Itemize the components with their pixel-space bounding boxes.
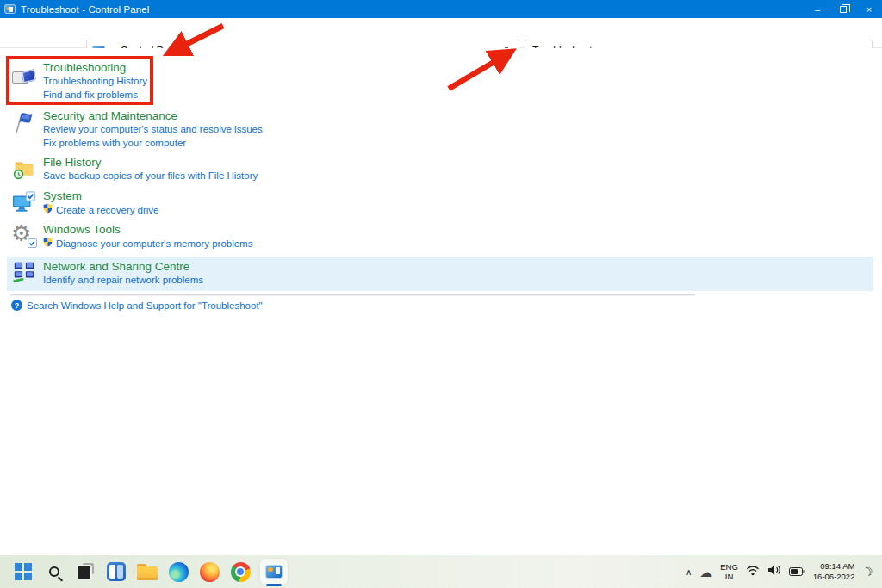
file-explorer-icon bbox=[137, 564, 158, 580]
window-title: Troubleshoot - Control Panel bbox=[21, 4, 149, 15]
system-tray: ∧ ☁ ENG IN bbox=[686, 555, 882, 588]
edge-icon bbox=[169, 562, 189, 582]
result-file-history: File History Save backup copies of your … bbox=[12, 155, 258, 183]
taskbar-apps bbox=[0, 558, 288, 585]
firefox-button[interactable] bbox=[198, 558, 220, 585]
search-results-panel: Troubleshooting Troubleshooting History … bbox=[0, 48, 882, 555]
region-code: IN bbox=[725, 572, 734, 581]
link-find-and-fix-problems[interactable]: Find and fix problems bbox=[43, 89, 147, 102]
result-windows-tools: ⚙ Windows Tools bbox=[12, 222, 252, 251]
result-title-system[interactable]: System bbox=[43, 189, 159, 203]
result-troubleshooting: Troubleshooting Troubleshooting History … bbox=[12, 60, 147, 102]
link-label: Create a recovery drive bbox=[56, 204, 159, 218]
network-sharing-icon bbox=[12, 261, 36, 285]
clock[interactable]: 09:14 AM 16-06-2022 bbox=[813, 561, 855, 582]
taskbar: ∧ ☁ ENG IN bbox=[0, 555, 882, 588]
help-icon: ? bbox=[11, 300, 22, 311]
help-link-label: Search Windows Help and Support for "Tro… bbox=[27, 300, 263, 311]
volume-icon[interactable] bbox=[767, 564, 781, 579]
result-security-maintenance: Security and Maintenance Review your com… bbox=[12, 108, 263, 150]
result-title-network-sharing[interactable]: Network and Sharing Centre bbox=[43, 259, 203, 274]
troubleshooting-icon bbox=[12, 62, 36, 86]
tray-date: 16-06-2022 bbox=[813, 572, 855, 581]
link-label: Diagnose your computer's memory problems bbox=[56, 238, 252, 251]
do-not-disturb-moon-icon[interactable]: ☽ bbox=[860, 563, 875, 579]
result-title-file-history[interactable]: File History bbox=[43, 155, 258, 170]
system-monitor-icon bbox=[12, 190, 36, 214]
uac-shield-icon bbox=[43, 237, 53, 251]
language-code: ENG bbox=[720, 562, 738, 572]
results-divider bbox=[10, 294, 695, 295]
firefox-icon bbox=[200, 562, 220, 582]
help-search-link[interactable]: ? Search Windows Help and Support for "T… bbox=[11, 300, 263, 311]
result-title-troubleshooting[interactable]: Troubleshooting bbox=[43, 60, 147, 75]
window-titlebar: Troubleshoot - Control Panel – × bbox=[0, 0, 882, 18]
result-system: System Create a reco bbox=[12, 189, 159, 218]
widgets-button[interactable] bbox=[105, 558, 127, 585]
restore-button[interactable] bbox=[830, 0, 856, 18]
control-panel-button-active[interactable] bbox=[260, 559, 288, 585]
link-save-backup-copies[interactable]: Save backup copies of your files with Fi… bbox=[43, 170, 258, 183]
wifi-icon[interactable] bbox=[746, 564, 760, 579]
link-diagnose-memory[interactable]: Diagnose your computer's memory problems bbox=[43, 237, 252, 251]
link-fix-problems[interactable]: Fix problems with your computer bbox=[43, 137, 263, 151]
link-review-status[interactable]: Review your computer's status and resolv… bbox=[43, 123, 263, 137]
language-indicator[interactable]: ENG IN bbox=[720, 562, 738, 582]
close-button[interactable]: × bbox=[856, 0, 882, 18]
link-identify-repair-network[interactable]: Identify and repair network problems bbox=[43, 274, 203, 288]
result-network-sharing: Network and Sharing Centre Identify and … bbox=[12, 259, 203, 288]
restore-icon bbox=[840, 6, 847, 13]
result-title-security-maintenance[interactable]: Security and Maintenance bbox=[43, 108, 263, 123]
onedrive-cloud-icon[interactable]: ☁ bbox=[699, 566, 712, 579]
tray-chevron-up-icon[interactable]: ∧ bbox=[686, 567, 692, 577]
control-panel-window-icon bbox=[4, 4, 16, 14]
taskbar-search-button[interactable] bbox=[43, 558, 65, 585]
uac-shield-icon bbox=[43, 203, 53, 218]
chrome-icon bbox=[231, 562, 251, 582]
link-troubleshooting-history[interactable]: Troubleshooting History bbox=[43, 75, 147, 89]
windows-logo-icon bbox=[15, 563, 32, 580]
search-icon bbox=[49, 566, 59, 577]
file-history-icon bbox=[12, 157, 36, 181]
desktop-screen: Troubleshoot - Control Panel – × ← → ∨ ↑… bbox=[0, 0, 882, 588]
battery-icon[interactable] bbox=[789, 564, 805, 579]
windows-tools-gear-icon: ⚙ bbox=[12, 224, 36, 248]
control-panel-icon bbox=[265, 565, 283, 579]
start-button[interactable] bbox=[12, 558, 34, 585]
result-title-windows-tools[interactable]: Windows Tools bbox=[43, 222, 252, 237]
security-flag-icon bbox=[12, 110, 36, 134]
task-view-icon bbox=[76, 562, 95, 581]
chrome-button[interactable] bbox=[229, 558, 252, 585]
edge-button[interactable] bbox=[167, 558, 189, 585]
navigation-toolbar: ← → ∨ ↑ › Control Panel › ∨ ↻ × bbox=[0, 18, 882, 48]
link-create-recovery-drive[interactable]: Create a recovery drive bbox=[43, 203, 159, 218]
file-explorer-button[interactable] bbox=[136, 558, 158, 585]
minimize-button[interactable]: – bbox=[804, 0, 830, 18]
task-view-button[interactable] bbox=[74, 558, 96, 585]
tray-time: 09:14 AM bbox=[820, 561, 854, 571]
widgets-icon bbox=[107, 562, 126, 581]
